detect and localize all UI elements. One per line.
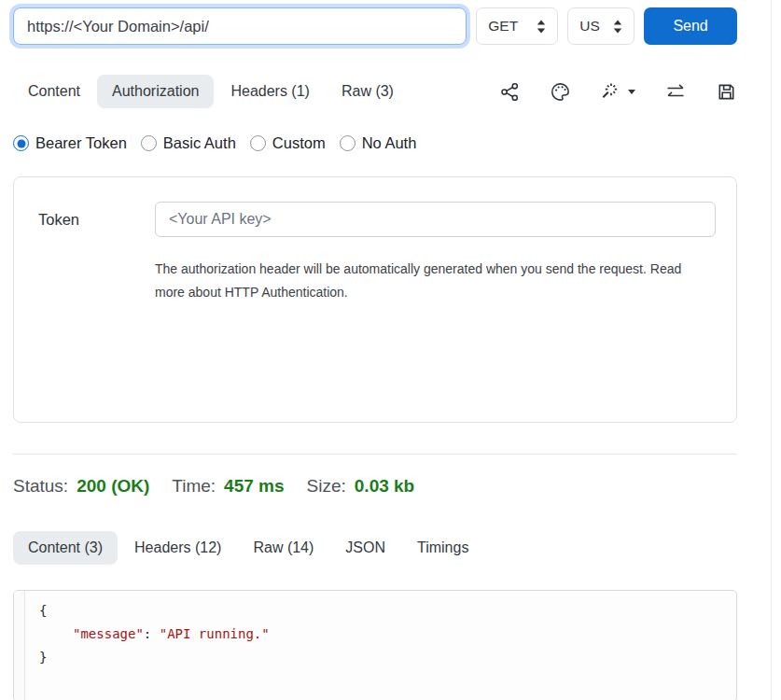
- json-key: "message": [73, 626, 144, 641]
- updown-arrows-icon: [613, 20, 622, 34]
- method-select[interactable]: GET: [476, 7, 558, 45]
- swap-arrows-icon[interactable]: [664, 81, 687, 103]
- auth-radio-basic-auth[interactable]: Basic Auth: [141, 134, 236, 152]
- tab-headers[interactable]: Headers (1): [216, 75, 324, 108]
- code-gutter: [14, 591, 25, 700]
- auth-radio-label: No Auth: [362, 134, 417, 152]
- size-value: 0.03 kb: [355, 476, 414, 497]
- response-status-row: Status: 200 (OK) Time: 457 ms Size: 0.03…: [13, 476, 768, 497]
- request-toolbar: [499, 81, 737, 103]
- time-value: 457 ms: [224, 476, 284, 497]
- time-label: Time:: [172, 476, 216, 497]
- radio-icon: [340, 135, 356, 151]
- share-icon[interactable]: [499, 81, 521, 103]
- token-help-text: The authorization header will be automat…: [155, 258, 715, 304]
- json-string-value: "API running.": [160, 626, 270, 641]
- auth-radio-label: Basic Auth: [163, 134, 236, 152]
- auth-radio-bearer-token[interactable]: Bearer Token: [13, 134, 127, 152]
- tab-response-raw[interactable]: Raw (14): [238, 531, 328, 565]
- chevron-down-icon: [628, 90, 635, 94]
- status-value: 200 (OK): [77, 476, 149, 497]
- size-label: Size:: [307, 476, 346, 497]
- magic-wand-icon[interactable]: [600, 81, 635, 103]
- response-time: Time: 457 ms: [172, 476, 284, 497]
- status-code: Status: 200 (OK): [13, 476, 149, 497]
- bearer-token-panel: Token The authorization header will be a…: [13, 176, 737, 423]
- json-colon: :: [144, 626, 160, 641]
- tab-response-timings[interactable]: Timings: [402, 531, 483, 565]
- token-label: Token: [38, 211, 155, 229]
- auth-radio-no-auth[interactable]: No Auth: [340, 134, 417, 152]
- response-json-body: { "message": "API running." }: [25, 591, 270, 700]
- section-divider: [13, 454, 737, 455]
- auth-radio-custom[interactable]: Custom: [250, 134, 326, 152]
- token-input[interactable]: [155, 202, 716, 237]
- response-tabs: Content (3) Headers (12) Raw (14) JSON T…: [13, 531, 737, 565]
- save-icon[interactable]: [716, 81, 737, 103]
- auth-radio-label: Bearer Token: [35, 134, 127, 152]
- api-request-tester: GET US Send Content Authorization Header…: [0, 0, 781, 700]
- json-close-brace: }: [39, 650, 47, 665]
- palette-icon[interactable]: [550, 81, 571, 103]
- tab-content[interactable]: Content: [13, 75, 95, 108]
- request-tabs: Content Authorization Headers (1) Raw (3…: [13, 75, 737, 108]
- tab-raw[interactable]: Raw (3): [327, 75, 409, 108]
- response-body-viewer[interactable]: { "message": "API running." }: [13, 590, 737, 700]
- panel-edge-divider: [771, 0, 772, 700]
- region-select-value: US: [579, 18, 600, 35]
- request-bar: GET US Send: [0, 0, 781, 45]
- send-button[interactable]: Send: [644, 7, 737, 45]
- tab-response-json[interactable]: JSON: [330, 531, 400, 565]
- auth-type-options: Bearer Token Basic Auth Custom No Auth: [13, 134, 768, 152]
- method-select-value: GET: [488, 18, 518, 35]
- radio-icon: [250, 135, 266, 151]
- tab-authorization[interactable]: Authorization: [97, 75, 214, 108]
- auth-radio-label: Custom: [272, 134, 326, 152]
- json-open-brace: {: [39, 603, 47, 618]
- region-select[interactable]: US: [567, 7, 635, 45]
- radio-icon: [141, 135, 157, 151]
- tab-response-headers[interactable]: Headers (12): [119, 531, 236, 565]
- tab-response-content[interactable]: Content (3): [13, 531, 118, 565]
- radio-selected-icon: [13, 135, 29, 151]
- response-size: Size: 0.03 kb: [307, 476, 415, 497]
- status-label: Status:: [13, 476, 68, 497]
- updown-arrows-icon: [537, 20, 546, 34]
- url-input[interactable]: [13, 7, 467, 45]
